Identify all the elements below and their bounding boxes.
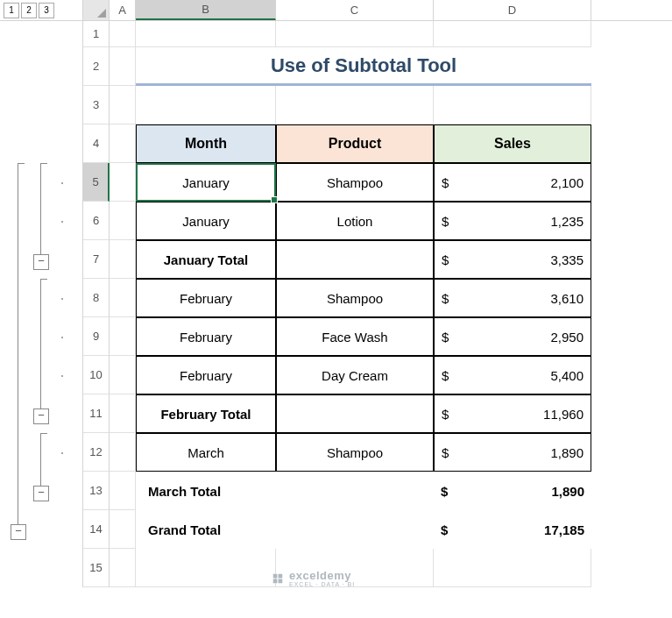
cell-B10[interactable]: February	[136, 356, 276, 394]
outline-level-1-button[interactable]: 1	[4, 3, 19, 18]
cell-A2[interactable]	[110, 47, 136, 86]
col-header-A[interactable]: A	[110, 0, 136, 20]
outline-panel: 1 2 3 − − −	[0, 0, 83, 587]
cell-B12[interactable]: March	[136, 433, 276, 472]
header-sales[interactable]: Sales	[434, 124, 591, 163]
outline-collapse-feb-button[interactable]: −	[33, 408, 49, 424]
currency-symbol: $	[441, 484, 448, 499]
row-2: 2 Use of Subtotal Tool	[83, 47, 672, 86]
cell-D1[interactable]	[434, 21, 591, 47]
cell-C10[interactable]: Day Cream	[276, 356, 434, 394]
row-header-1[interactable]: 1	[83, 21, 110, 47]
col-header-B[interactable]: B	[136, 0, 276, 20]
cell-C5[interactable]: Shampoo	[276, 163, 434, 202]
cell-B9[interactable]: February	[136, 317, 276, 356]
title-cell[interactable]: Use of Subtotal Tool	[136, 47, 591, 86]
cell-B11[interactable]: February Total	[136, 394, 276, 433]
cell-C6[interactable]: Lotion	[276, 202, 434, 240]
sales-value: 11,960	[543, 407, 584, 422]
cell-B3[interactable]	[136, 86, 276, 124]
cell-A9[interactable]	[110, 317, 136, 356]
row-header-15[interactable]: 15	[83, 549, 110, 587]
cell-A13[interactable]	[110, 472, 136, 510]
cell-C13[interactable]	[276, 472, 434, 510]
currency-symbol: $	[442, 445, 449, 460]
cell-B13[interactable]: March Total	[136, 472, 276, 510]
cell-C3[interactable]	[276, 86, 434, 124]
header-product[interactable]: Product	[276, 124, 434, 163]
cell-A15[interactable]	[110, 549, 136, 587]
row-header-9[interactable]: 9	[83, 317, 110, 356]
cell-A8[interactable]	[110, 279, 136, 317]
row-13: 13 March Total $1,890	[83, 472, 672, 510]
outline-collapse-jan-button[interactable]: −	[33, 254, 49, 270]
cell-B15[interactable]	[136, 549, 276, 587]
sales-value: 1,890	[551, 484, 584, 499]
row-7: 7 January Total $3,335	[83, 240, 672, 279]
row-header-8[interactable]: 8	[83, 279, 110, 317]
cell-B14[interactable]: Grand Total	[136, 510, 276, 549]
outline-level-2-button[interactable]: 2	[21, 3, 37, 18]
cell-A10[interactable]	[110, 356, 136, 394]
col-header-C[interactable]: C	[276, 0, 434, 20]
row-header-4[interactable]: 4	[83, 124, 110, 163]
row-11: 11 February Total $11,960	[83, 394, 672, 433]
cell-B8[interactable]: February	[136, 279, 276, 317]
cell-A4[interactable]	[110, 124, 136, 163]
row-6: 6 January Lotion $1,235	[83, 202, 672, 240]
cell-D13[interactable]: $1,890	[434, 472, 591, 510]
cell-C11[interactable]	[276, 394, 434, 433]
cell-A1[interactable]	[110, 21, 136, 47]
sales-value: 2,950	[550, 330, 584, 345]
cell-D12[interactable]: $1,890	[434, 433, 591, 472]
row-header-13[interactable]: 13	[83, 472, 110, 510]
col-header-D[interactable]: D	[434, 0, 591, 20]
cell-D14[interactable]: $17,185	[434, 510, 591, 549]
row-header-2[interactable]: 2	[83, 47, 110, 86]
column-headers: A B C D	[83, 0, 672, 21]
cell-D3[interactable]	[434, 86, 591, 124]
cell-D8[interactable]: $3,610	[434, 279, 591, 317]
cell-C14[interactable]	[276, 510, 434, 549]
cell-C8[interactable]: Shampoo	[276, 279, 434, 317]
cell-D9[interactable]: $2,950	[434, 317, 591, 356]
row-header-7[interactable]: 7	[83, 240, 110, 279]
header-month[interactable]: Month	[136, 124, 276, 163]
row-header-6[interactable]: 6	[83, 202, 110, 240]
cell-A3[interactable]	[110, 86, 136, 124]
cell-B1[interactable]	[136, 21, 276, 47]
row-header-14[interactable]: 14	[83, 510, 110, 549]
cell-C1[interactable]	[276, 21, 434, 47]
cell-D10[interactable]: $5,400	[434, 356, 591, 394]
watermark-name: exceldemy	[289, 570, 355, 581]
cell-C12[interactable]: Shampoo	[276, 433, 434, 472]
cell-A5[interactable]	[110, 163, 136, 202]
outline-collapse-grand-button[interactable]: −	[11, 524, 26, 540]
row-header-10[interactable]: 10	[83, 356, 110, 394]
cell-A14[interactable]	[110, 510, 136, 549]
cell-A7[interactable]	[110, 240, 136, 279]
cell-D15[interactable]	[434, 549, 591, 587]
cell-D11[interactable]: $11,960	[434, 394, 591, 433]
cell-C9[interactable]: Face Wash	[276, 317, 434, 356]
sales-value: 17,185	[544, 522, 584, 537]
row-header-5[interactable]: 5	[83, 163, 110, 202]
cell-D6[interactable]: $1,235	[434, 202, 591, 240]
cell-A6[interactable]	[110, 202, 136, 240]
cell-A11[interactable]	[110, 394, 136, 433]
select-all-corner[interactable]	[83, 0, 110, 20]
row-header-11[interactable]: 11	[83, 394, 110, 433]
cell-B5[interactable]: January	[136, 163, 276, 202]
cell-D7[interactable]: $3,335	[434, 240, 591, 279]
row-header-3[interactable]: 3	[83, 86, 110, 124]
cell-B7[interactable]: January Total	[136, 240, 276, 279]
outline-level-3-button[interactable]: 3	[39, 3, 54, 18]
cell-B6[interactable]: January	[136, 202, 276, 240]
cell-C7[interactable]	[276, 240, 434, 279]
cell-D5[interactable]: $2,100	[434, 163, 591, 202]
cell-A12[interactable]	[110, 433, 136, 472]
outline-level-header: 1 2 3	[0, 0, 82, 21]
row-5: 5 January Shampoo $2,100	[83, 163, 672, 202]
row-header-12[interactable]: 12	[83, 433, 110, 472]
outline-collapse-mar-button[interactable]: −	[33, 486, 49, 501]
